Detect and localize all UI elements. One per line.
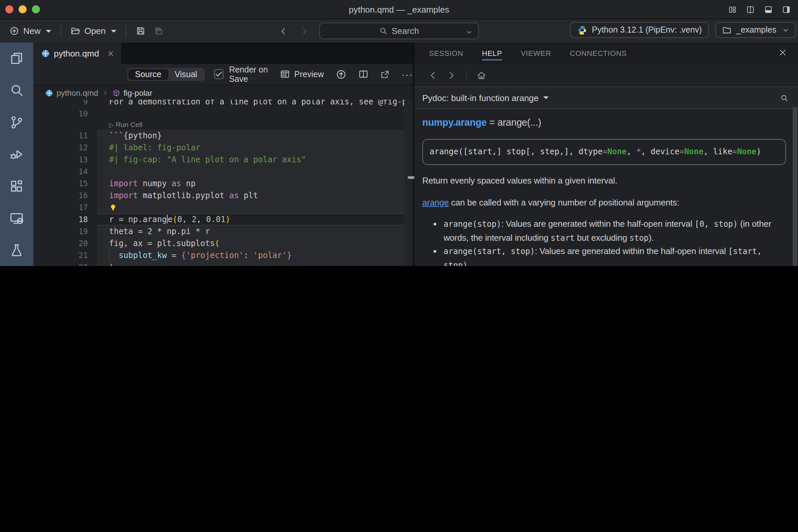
help-title-bar[interactable]: Pydoc: built-in function arange [414, 87, 798, 109]
source-mode-button[interactable]: Source [128, 69, 168, 79]
secondary-tab-session[interactable]: SESSION [429, 42, 463, 64]
help-back-icon[interactable] [428, 70, 438, 80]
interpreter-selector[interactable]: Python 3.12.1 (PipEnv: .venv) [570, 22, 709, 38]
activity-bar [0, 42, 33, 266]
line-number: 12 [33, 141, 97, 154]
close-panel-icon[interactable] [778, 48, 787, 57]
line-number: 18 [33, 213, 97, 225]
help-heading: numpy.arange = arange(...) [422, 116, 787, 129]
more-actions-icon[interactable]: ··· [402, 69, 413, 79]
search-dropdown-icon [466, 28, 473, 36]
workspace-dropdown-icon [782, 26, 790, 34]
line-number: 13 [33, 154, 97, 166]
secondary-tab-viewer[interactable]: VIEWER [521, 42, 551, 64]
save-all-button[interactable] [154, 26, 164, 36]
tab-close-icon[interactable] [107, 50, 114, 57]
sidebar-right-icon[interactable] [781, 5, 791, 14]
split-editor-icon[interactable] [358, 69, 368, 79]
code-line[interactable]: #| label: fig-polar [97, 141, 413, 154]
customize-layout-icon[interactable] [727, 5, 738, 14]
new-button[interactable]: New [9, 26, 51, 36]
code-line[interactable] [97, 108, 413, 120]
line-number: 17 [33, 202, 97, 213]
tab-python-qmd[interactable]: python.qmd [33, 42, 121, 64]
run-cell-code-lens[interactable]: ▷ Run Cell [97, 120, 413, 130]
python-logo-icon [577, 25, 587, 35]
split-columns-icon[interactable] [745, 5, 756, 14]
help-doc-title: Pydoc: built-in function arange [422, 93, 539, 103]
tab-strip: python.qmd [33, 42, 413, 64]
activity-extensions-icon[interactable] [0, 170, 33, 202]
search-input[interactable]: Search [319, 23, 479, 39]
line-number: 14 [33, 166, 97, 177]
line-number: 10 [33, 108, 97, 120]
code-line[interactable] [97, 166, 413, 177]
help-scrollbar[interactable] [793, 107, 797, 266]
save-icon [136, 26, 146, 36]
activity-run-debug-icon[interactable] [0, 138, 33, 170]
history-back-button[interactable] [279, 25, 288, 36]
code-line[interactable]: #| fig-cap: "A line plot on a polar axis… [97, 154, 413, 166]
code-line[interactable] [97, 202, 413, 213]
window-title: python.qmd — _examples [0, 4, 798, 14]
search-icon [379, 26, 388, 35]
line-number: 11 [33, 130, 97, 141]
visual-mode-button[interactable]: Visual [168, 69, 204, 79]
main-toolbar: New Open Search Python 3.12.1 (PipEnv: .… [0, 19, 798, 43]
help-home-icon[interactable] [476, 70, 487, 80]
activity-explorer-icon[interactable] [0, 42, 33, 75]
activity-search-icon[interactable] [0, 75, 33, 107]
line-number: 19 [33, 225, 97, 238]
help-list-item: arange(stop): Values are generated withi… [443, 217, 787, 245]
breadcrumb-symbol[interactable]: fig-polar [124, 88, 152, 97]
code-line[interactable]: subplot_kw = {'projection': 'polar'} [97, 249, 413, 261]
help-forward-icon[interactable] [447, 70, 457, 80]
help-title-dropdown-icon [543, 96, 549, 99]
line-number: 22 [33, 261, 97, 266]
line-number: 9 [33, 100, 97, 108]
workspace-selector[interactable]: _examples [716, 22, 796, 38]
activity-source-control-icon[interactable] [0, 107, 33, 138]
code-editor[interactable]: 9For a demonstration of a line plot on a… [33, 100, 413, 266]
open-button[interactable]: Open [71, 26, 116, 36]
save-button[interactable] [136, 26, 146, 36]
secondary-panel-tab-bar: SESSIONHELPVIEWERCONNECTIONS [414, 42, 798, 64]
open-dropdown-icon [111, 30, 116, 32]
app-window: python.qmd — _examples New Open Search [0, 0, 798, 266]
editor-toolbar: Source Visual Render on Save Preview ··· [33, 64, 413, 84]
activity-testing-icon[interactable] [0, 234, 33, 266]
breadcrumb-file[interactable]: python.qmd [57, 88, 98, 97]
help-content: numpy.arange = arange(...)arange([start,… [414, 109, 798, 266]
window-layout-controls [727, 0, 791, 19]
activity-remote-explorer-icon[interactable] [0, 202, 33, 234]
open-folder-icon [71, 26, 80, 36]
chevron-right-icon [101, 89, 109, 96]
code-line[interactable]: import numpy as np [97, 177, 413, 190]
quarto-file-icon [41, 49, 50, 58]
line-number [33, 120, 97, 130]
code-line[interactable]: ```{python} [97, 130, 413, 141]
line-number: 16 [33, 190, 97, 202]
code-line[interactable]: import matplotlib.pyplot as plt [97, 190, 413, 202]
secondary-tab-connections[interactable]: CONNECTIONS [570, 42, 627, 64]
editor-scrollbar[interactable] [404, 100, 413, 266]
save-all-icon [154, 26, 164, 36]
divider [60, 25, 61, 36]
code-line[interactable]: ) [97, 261, 413, 266]
quarto-file-icon [45, 89, 53, 97]
preview-icon[interactable] [280, 69, 290, 79]
help-search-icon[interactable] [780, 93, 789, 102]
function-signature: arange([start,] stop[, step,], dtype=Non… [422, 139, 786, 165]
secondary-tab-help[interactable]: HELP [482, 42, 502, 64]
preview-button[interactable]: Preview [294, 70, 324, 79]
open-external-icon[interactable] [380, 70, 390, 79]
render-on-save-checkbox[interactable] [214, 69, 224, 79]
divider [126, 25, 126, 36]
code-line[interactable]: fig, ax = plt.subplots( [97, 238, 413, 249]
code-line[interactable]: For a demonstration of a line plot on a … [97, 100, 413, 108]
render-button-icon[interactable] [336, 69, 346, 79]
code-line[interactable]: theta = 2 * np.pi * r [97, 225, 413, 238]
panel-bottom-icon[interactable] [763, 5, 773, 14]
history-forward-button[interactable] [300, 25, 308, 36]
code-line[interactable]: r = np.arange(0, 2, 0.01) [97, 213, 413, 225]
